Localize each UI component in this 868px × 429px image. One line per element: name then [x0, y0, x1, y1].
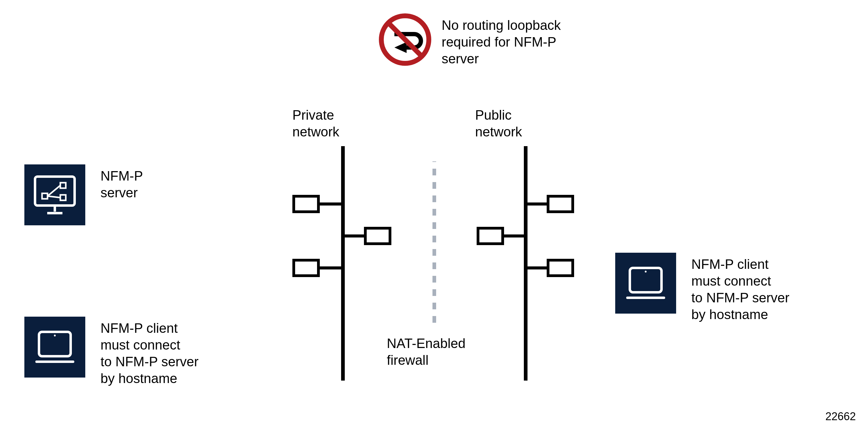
- private-network-bus: [341, 146, 345, 381]
- public-network-label: Public network: [475, 106, 522, 140]
- nfmp-client-right-icon: [615, 253, 676, 314]
- svg-rect-8: [60, 195, 66, 200]
- public-network-bus: [524, 146, 527, 381]
- firewall-line: [432, 161, 436, 323]
- nfmp-client-left-icon: [24, 317, 85, 377]
- nfmp-server-label: NFM-P server: [100, 167, 143, 201]
- nat-firewall-label: NAT-Enabled firewall: [387, 335, 465, 368]
- svg-line-10: [48, 196, 60, 198]
- nfmp-server-icon: [24, 164, 85, 225]
- svg-point-15: [645, 271, 647, 272]
- no-loopback-icon: [378, 12, 432, 68]
- figure-id: 22662: [825, 410, 856, 423]
- svg-rect-6: [42, 193, 48, 199]
- svg-rect-7: [60, 183, 66, 188]
- svg-rect-3: [35, 176, 74, 205]
- no-loopback-text: No routing loopback required for NFM-P s…: [442, 17, 561, 67]
- svg-line-9: [48, 186, 60, 196]
- private-network-label: Private network: [292, 106, 339, 140]
- nfmp-client-left-label: NFM-P client must connect to NFM-P serve…: [100, 320, 198, 387]
- svg-point-12: [54, 335, 56, 336]
- svg-marker-1: [394, 42, 407, 53]
- nfmp-client-right-label: NFM-P client must connect to NFM-P serve…: [691, 256, 789, 323]
